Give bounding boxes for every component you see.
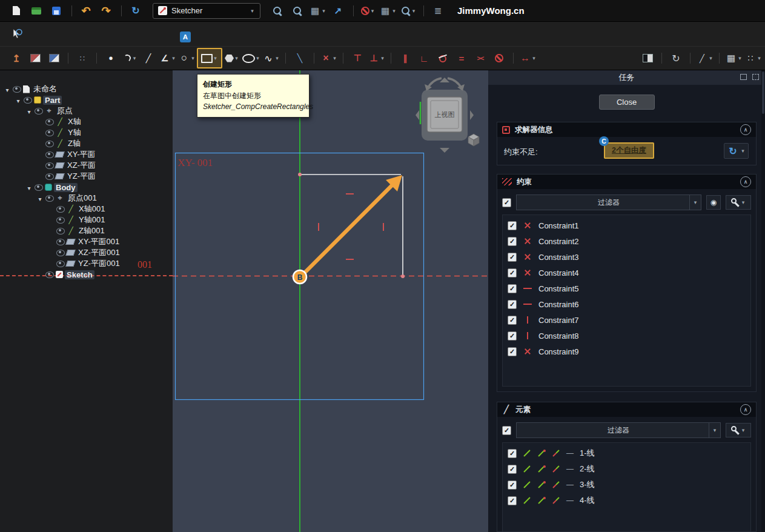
tree-item[interactable]: Part	[0, 95, 173, 105]
element-row[interactable]: — 3-线	[503, 477, 750, 493]
view-section-button[interactable]	[26, 50, 44, 67]
save-document-button[interactable]	[47, 2, 65, 19]
workbench-selector[interactable]: Sketcher	[153, 3, 260, 19]
elements-filter-dropdown[interactable]: 过滤器	[516, 422, 721, 438]
create-polyline-button[interactable]	[158, 50, 177, 67]
fit-selection-button[interactable]	[288, 2, 306, 19]
tree-item[interactable]: Sketch	[0, 269, 173, 280]
constraints-filter-dropdown[interactable]: 过滤器	[516, 195, 701, 210]
toggle-construction-button[interactable]	[291, 50, 309, 67]
leave-sketch-button[interactable]	[7, 50, 25, 67]
constraints-list[interactable]: Constraint1 Constraint2 Constraint3 Cons…	[502, 214, 751, 387]
element-checkbox[interactable]	[508, 465, 517, 474]
tree-item[interactable]: 原点	[0, 105, 173, 116]
solver-section-header[interactable]: 求解器信息	[497, 122, 756, 137]
constraint-row[interactable]: Constraint2	[503, 233, 750, 249]
navigation-cube[interactable]: 上视图	[416, 78, 479, 153]
elements-section-header[interactable]: 元素	[497, 402, 756, 417]
create-polygon-button[interactable]	[223, 50, 241, 67]
refresh-button[interactable]	[127, 2, 145, 19]
element-row[interactable]: — 1-线	[503, 445, 750, 461]
constrain-coincident-button[interactable]	[348, 50, 366, 67]
constraint-checkbox[interactable]	[508, 268, 517, 278]
constraint-checkbox[interactable]	[508, 300, 517, 309]
clipping-plane-button[interactable]	[359, 2, 377, 19]
tree-item[interactable]: Body	[0, 182, 173, 193]
expander-chevron-icon[interactable]	[15, 95, 22, 105]
constraint-checkbox[interactable]	[508, 253, 517, 262]
tree-item[interactable]: Z轴	[0, 138, 173, 149]
constraint-checkbox[interactable]	[508, 237, 517, 246]
create-point-button[interactable]	[102, 50, 120, 67]
tree-item[interactable]: Y轴	[0, 127, 173, 138]
expander-chevron-icon[interactable]	[25, 105, 33, 116]
navcube-right-arrow[interactable]	[470, 110, 474, 120]
create-arc-button[interactable]	[121, 50, 139, 67]
collapse-section-button[interactable]	[740, 404, 751, 415]
selection-view-button[interactable]	[399, 2, 417, 19]
tree-item[interactable]: 原点001	[0, 193, 173, 204]
element-checkbox[interactable]	[508, 449, 517, 458]
select-elements-button[interactable]	[638, 50, 657, 67]
collapse-section-button[interactable]	[740, 124, 751, 135]
constrain-equal-button[interactable]	[452, 50, 471, 67]
task-panel-scrollbar[interactable]	[761, 70, 765, 532]
constraint-row[interactable]: Constraint5	[503, 281, 750, 296]
constraints-settings-button[interactable]	[726, 195, 751, 210]
redo-button[interactable]	[97, 2, 115, 19]
snap-settings-button[interactable]	[744, 50, 763, 67]
constraint-row[interactable]: Constraint1	[503, 218, 750, 233]
grid-settings-button[interactable]	[724, 50, 743, 67]
open-document-button[interactable]	[27, 2, 45, 19]
tree-item[interactable]: X轴	[0, 116, 173, 127]
constraint-checkbox[interactable]	[508, 331, 517, 341]
constraint-row[interactable]: Constraint6	[503, 296, 750, 312]
constrain-vertical-button[interactable]	[367, 50, 386, 67]
whatsthis-button[interactable]	[7, 25, 25, 42]
constraint-row[interactable]: Constraint9	[503, 344, 750, 359]
expander-chevron-icon[interactable]	[25, 182, 33, 193]
constraint-checkbox[interactable]	[508, 221, 517, 230]
undo-button[interactable]	[77, 2, 95, 19]
constraint-checkbox[interactable]	[508, 284, 517, 293]
axonometric-view-button[interactable]	[329, 2, 347, 19]
constraints-section-header[interactable]: 约束	[497, 175, 756, 189]
dock-icon[interactable]	[740, 74, 747, 80]
constrain-tangent-button[interactable]	[434, 50, 452, 67]
toggle-grid-button[interactable]	[73, 50, 91, 67]
trim-edge-button[interactable]	[319, 50, 338, 67]
tree-item[interactable]: 未命名	[0, 84, 173, 95]
expander-chevron-icon[interactable]	[4, 84, 11, 95]
element-row[interactable]: — 4-线	[503, 493, 750, 508]
element-row[interactable]: — 2-线	[503, 461, 750, 477]
auto-update-button[interactable]	[724, 143, 749, 159]
new-document-button[interactable]	[7, 2, 25, 19]
show-constraints-button[interactable]	[706, 195, 721, 210]
elements-filter-checkbox[interactable]	[502, 426, 511, 435]
elements-list[interactable]: — 1-线 — 2-线 — 3-线	[502, 442, 751, 531]
expander-chevron-icon[interactable]	[36, 193, 44, 204]
constraint-checkbox[interactable]	[508, 347, 517, 356]
element-checkbox[interactable]	[508, 480, 517, 490]
constraint-row[interactable]: Constraint3	[503, 249, 750, 265]
model-tree-panel[interactable]: 未命名 Part 原点 X轴 Y轴 Z轴	[0, 70, 173, 532]
navcube-left-arrow[interactable]	[416, 110, 419, 120]
dof-link[interactable]: 2个自由度	[604, 142, 654, 159]
create-line-button[interactable]	[139, 50, 157, 67]
constrain-block-button[interactable]	[490, 50, 508, 67]
constrain-perpendicular-button[interactable]	[415, 50, 433, 67]
tree-item[interactable]: XZ-平面001	[0, 247, 173, 258]
tree-item[interactable]: YZ-平面	[0, 171, 173, 182]
fit-all-button[interactable]	[268, 2, 286, 19]
create-ellipse-button[interactable]	[242, 50, 261, 67]
dimension-button[interactable]	[518, 50, 537, 67]
constrain-parallel-button[interactable]	[396, 50, 414, 67]
sketch-vertex-bottomright[interactable]	[401, 274, 405, 278]
tree-item[interactable]: XY-平面	[0, 149, 173, 160]
constraint-checkbox[interactable]	[508, 316, 517, 325]
constraints-filter-checkbox[interactable]	[502, 198, 511, 207]
rotate-view-button[interactable]	[667, 50, 685, 67]
appearance-button[interactable]	[379, 2, 397, 19]
tree-item[interactable]: Z轴001	[0, 225, 173, 236]
tree-item[interactable]: XY-平面001	[0, 236, 173, 247]
